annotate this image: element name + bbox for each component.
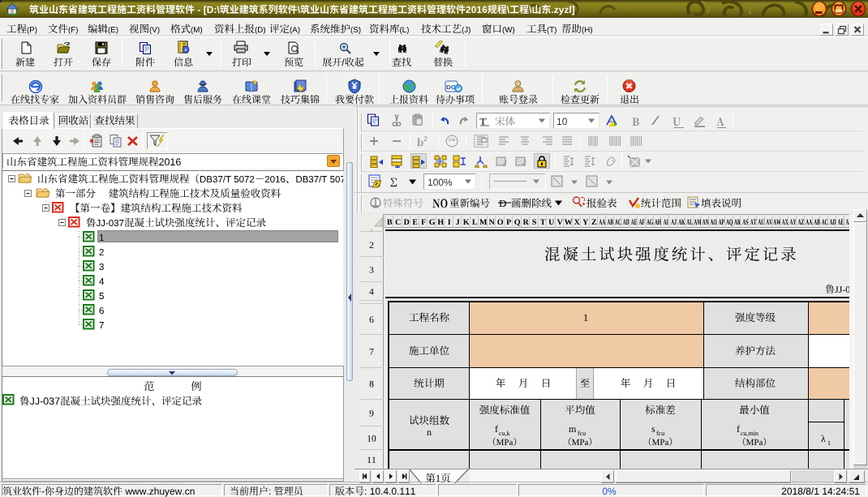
svg-text:1/a: 1/a — [449, 137, 456, 142]
svg-text:T: T — [479, 115, 487, 126]
svg-text:DO: DO — [446, 84, 456, 91]
